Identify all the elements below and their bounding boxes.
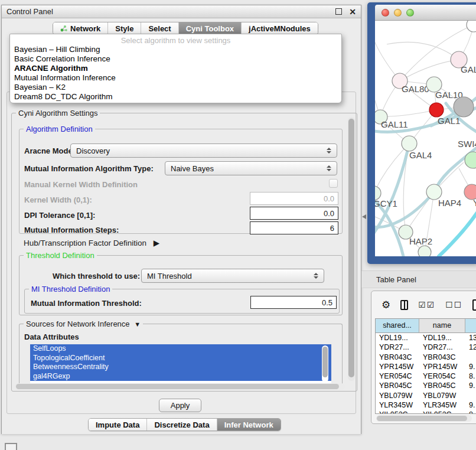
minimize-traffic-light-icon[interactable] [394,9,402,17]
network-node-gal10[interactable]: GAL10 [426,77,463,100]
tab-jactivemnodules[interactable]: jActiveMNodules [241,22,318,34]
tab-impute-data[interactable]: Impute Data [89,419,146,431]
network-window-titlebar[interactable] [375,5,476,21]
tab-infer-network[interactable]: Infer Network [217,419,281,431]
manual-kernel-checkbox[interactable] [329,179,338,188]
table-panel-titlebar[interactable]: Table Panel [361,270,476,288]
network-node-y[interactable]: Y [464,184,476,208]
table-cell: YER054C [419,371,465,381]
network-node[interactable] [418,246,431,256]
columns-icon[interactable] [400,300,408,310]
network-node-hap4[interactable]: HAP4 [426,184,461,208]
aracne-mode-label: Aracne Mode: [24,146,75,155]
network-node[interactable] [467,21,476,32]
algorithm-option-bayesian-k2[interactable]: Bayesian – K2 [10,83,341,92]
table-row[interactable]: YBR043CYBR043C [376,353,476,362]
mi-algorithm-type-combo[interactable]: Naive Bayes [165,161,337,175]
network-node-swi4[interactable]: SWI4 [458,139,476,168]
table-cell: YDR27... [376,343,419,352]
tab-label: Select [148,24,171,33]
table-row[interactable]: YPR145WYPR145W9. [376,362,476,371]
algorithm-option-dream8-dc-tdc-algorithm[interactable]: Dream8 DC_TDC Algorithm [10,92,341,102]
attribute-list-scrollbar-thumb[interactable] [322,347,328,377]
zoom-traffic-light-icon[interactable] [406,9,414,17]
table-row[interactable]: YER054CYER054C8. [376,371,476,381]
algorithm-option-basic-correlation-inference[interactable]: Basic Correlation Inference [10,54,341,64]
tab-discretize-data[interactable]: Discretize Data [146,419,216,431]
tab-select[interactable]: Select [141,22,178,34]
collapsed-panel-icon[interactable] [5,443,17,450]
gear-icon[interactable]: ⚙ [382,300,390,310]
dpi-tolerance-label: DPI Tolerance [0,1]: [24,211,95,220]
kernel-width-field[interactable]: 0.0 [250,192,338,205]
mi-steps-field[interactable]: 6 [250,221,338,234]
network-node-gal[interactable]: GAL [451,51,476,74]
attribute-item-selfloops[interactable]: SelfLoops [30,344,331,354]
column-header-name[interactable]: name [419,319,465,333]
table-cell: YDL19... [419,333,465,343]
network-canvas[interactable]: GALGAL80GAL10GAL1GAL11GAL4SWI4GCY1HAP4YH… [375,21,476,256]
node-label: HAP4 [438,198,461,208]
node-label: GAL1 [438,116,460,126]
algorithm-option-mutual-information-inference[interactable]: Mutual Information Inference [10,73,341,83]
node-label: GAL80 [402,84,429,94]
select-all-checkboxes-icon[interactable]: ☑☑ [418,301,435,309]
tab-network[interactable]: Network [53,22,107,34]
tab-style[interactable]: Style [107,22,141,34]
network-node-gal80[interactable]: GAL80 [392,73,429,94]
table-header-row: shared...nameA [376,319,476,333]
hub-expander[interactable]: Hub/Transcription Factor Definition ▶ [24,238,159,247]
attribute-item-topologicalcoefficient[interactable]: TopologicalCoefficient [30,354,331,363]
close-traffic-light-icon[interactable] [382,9,389,17]
algorithm-option-bayesian-hill-climbing[interactable]: Bayesian – Hill Climbing [10,45,341,54]
table-row[interactable]: YLR345WYLR345W9. [376,400,476,410]
control-panel-titlebar[interactable]: Control Panel ✕ [2,5,361,18]
sources-legend[interactable]: Sources for Network Inference ▼ [24,319,143,328]
export-table-icon[interactable] [472,299,476,311]
tab-cyni-toolbox[interactable]: Cyni Toolbox [178,22,241,34]
data-attributes-list[interactable]: SelfLoopsTopologicalCoefficientBetweenne… [30,344,331,383]
algorithm-option-aracne-algorithm[interactable]: ARACNE Algorithm [10,64,341,73]
settings-horizontal-scrollbar[interactable] [15,383,345,390]
aracne-mode-combo[interactable]: Discovery [70,144,337,158]
table-horizontal-scrollbar[interactable] [376,415,472,422]
settings-vertical-scrollbar[interactable] [348,117,355,381]
splitter-handle-icon[interactable] [362,214,366,219]
close-icon[interactable]: ✕ [349,8,356,16]
node-table[interactable]: shared...nameAYDL19...YDL19...13YDR27...… [375,318,476,414]
control-panel-window: Control Panel ✕ NetworkStyleSelectCyni T… [1,5,361,434]
table-cell: YDR27... [419,343,465,352]
mi-type-value: Naive Bayes [171,164,214,173]
column-header-shared-[interactable]: shared... [376,319,419,333]
table-row[interactable]: YDR27...YDR27...12 [376,343,476,352]
node-label: HAP2 [409,236,432,246]
tab-label: Style [115,24,133,33]
deselect-all-checkboxes-icon[interactable]: ☐☐ [445,301,462,309]
table-row[interactable]: YIL052CYIL052C8. [376,410,476,414]
apply-button[interactable]: Apply [159,399,201,412]
attribute-item-betweennesscentrality[interactable]: BetweennessCentrality [30,363,331,372]
table-row[interactable]: YBL079WYBL079W [376,391,476,400]
sources-legend-label: Sources for Network Inference [26,319,130,328]
table-row[interactable]: YDL19...YDL19...13 [376,333,476,343]
attribute-item-gal4rgexp[interactable]: gal4RGexp [30,372,331,381]
data-attributes-label: Data Attributes [24,332,79,341]
attribute-list-scrollbar[interactable] [322,345,328,382]
network-node-gal11[interactable]: GAL11 [375,110,408,129]
table-horizontal-scrollbar-thumb[interactable] [377,416,467,421]
network-node[interactable] [454,97,474,117]
table-row[interactable]: YBR045CYBR045C9. [376,381,476,390]
float-window-icon[interactable] [335,8,342,15]
settings-vertical-scrollbar-thumb[interactable] [348,119,354,377]
mi-threshold-field[interactable]: 0.5 [250,296,337,309]
mi-threshold-value: 0.5 [322,298,332,307]
which-threshold-combo[interactable]: MI Threshold [141,269,324,283]
tab-label: Network [70,24,100,33]
manual-kernel-label: Manual Kernel Width Definition [24,180,138,189]
table-cell: 9. [465,362,476,371]
network-graph[interactable]: GALGAL80GAL10GAL1GAL11GAL4SWI4GCY1HAP4YH… [375,21,476,256]
settings-horizontal-scrollbar-thumb[interactable] [16,384,339,389]
tab-label: Discretize Data [154,420,209,429]
column-header-a[interactable]: A [465,319,476,333]
dpi-tolerance-field[interactable]: 0.0 [250,207,338,220]
